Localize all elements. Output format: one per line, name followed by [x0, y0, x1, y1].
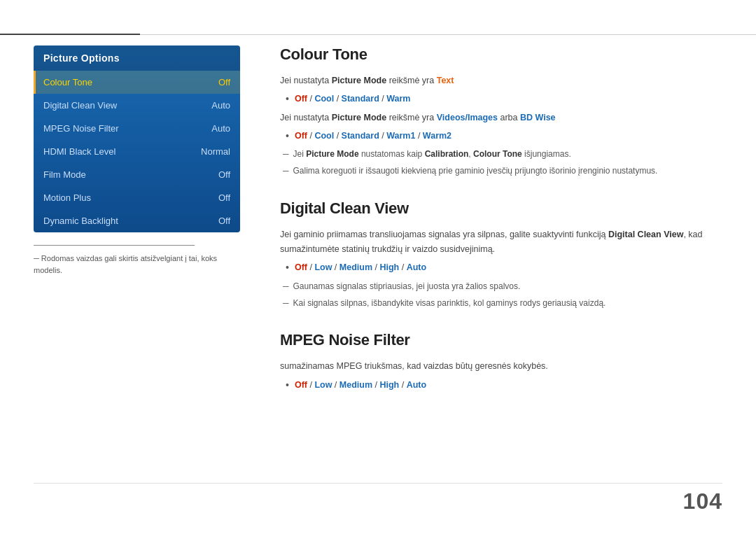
bottom-separator	[34, 483, 722, 484]
mpeg-noise-filter-body: sumažinamas MPEG triukšmas, kad vaizdas …	[280, 359, 722, 393]
menu-item-hdmi-black-level[interactable]: HDMI Black Level Normal	[34, 140, 240, 163]
menu-item-motion-plus[interactable]: Motion Plus Off	[34, 186, 240, 209]
colour-tone-note-2: ─ Galima koreguoti ir išsaugoti kiekvien…	[280, 164, 722, 178]
menu-value-dynamic-backlight: Off	[218, 216, 230, 226]
menu-value-hdmi-black-level: Normal	[201, 146, 230, 157]
menu-item-mpeg-noise-filter[interactable]: MPEG Noise Filter Auto	[34, 117, 240, 140]
menu-value-digital-clean-view: Auto	[211, 100, 230, 111]
menu-label-film-mode: Film Mode	[43, 169, 86, 180]
dcv-bullet-1: • Off / Low / Medium / High / Auto	[280, 260, 722, 275]
page-number: 104	[683, 489, 722, 514]
colour-tone-bullet-2: • Off / Cool / Standard / Warm1 / Warm2	[280, 129, 722, 143]
menu-label-digital-clean-view: Digital Clean View	[43, 100, 117, 111]
colour-tone-para-2: Jei nustatyta Picture Mode reikšmė yra V…	[280, 111, 722, 125]
top-line-light	[140, 34, 756, 35]
section-colour-tone: Colour Tone Jei nustatyta Picture Mode r…	[280, 45, 722, 178]
colour-tone-options-2-text: Off / Cool / Standard / Warm1 / Warm2	[295, 129, 451, 143]
dcv-note-1: ─ Gaunamas signalas stipriausias, jei ju…	[280, 279, 722, 293]
digital-clean-view-title: Digital Clean View	[280, 199, 722, 218]
mpeg-para-1: sumažinamas MPEG triukšmas, kad vaizdas …	[280, 359, 722, 374]
colour-tone-para-1: Jei nustatyta Picture Mode reikšmė yra T…	[280, 73, 722, 88]
bullet-dot-4: •	[286, 378, 289, 393]
bullet-dot-1: •	[286, 92, 289, 106]
mpeg-bullet-1: • Off / Low / Medium / High / Auto	[280, 378, 722, 393]
menu-item-dynamic-backlight[interactable]: Dynamic Backlight Off	[34, 209, 240, 232]
menu-label-dynamic-backlight: Dynamic Backlight	[43, 216, 118, 226]
left-panel-divider	[34, 245, 195, 246]
bullet-dot-3: •	[286, 260, 289, 275]
left-panel-footnote: ─ Rodomas vaizdas gali skirtis atsižvelg…	[34, 253, 244, 276]
menu-value-motion-plus: Off	[218, 192, 230, 203]
colour-tone-options-text: Off / Cool / Standard / Warm	[295, 92, 411, 106]
menu-item-film-mode[interactable]: Film Mode Off	[34, 163, 240, 186]
menu-label-hdmi-black-level: HDMI Black Level	[43, 146, 115, 157]
menu-item-colour-tone[interactable]: Colour Tone Off	[34, 71, 240, 94]
menu-label-motion-plus: Motion Plus	[43, 192, 91, 203]
menu-value-mpeg-noise-filter: Auto	[211, 123, 230, 134]
dcv-note-2: ─ Kai signalas silpnas, išbandykite visa…	[280, 296, 722, 310]
menu-value-film-mode: Off	[218, 169, 230, 180]
menu-label-mpeg-noise-filter: MPEG Noise Filter	[43, 123, 119, 134]
colour-tone-title: Colour Tone	[280, 45, 722, 64]
picture-options-box: Picture Options Colour Tone Off Digital …	[34, 45, 240, 232]
mpeg-options-text: Off / Low / Medium / High / Auto	[295, 378, 426, 393]
menu-item-digital-clean-view[interactable]: Digital Clean View Auto	[34, 94, 240, 117]
colour-tone-bullet-1: • Off / Cool / Standard / Warm	[280, 92, 722, 106]
picture-options-title: Picture Options	[34, 45, 240, 71]
digital-clean-view-body: Jei gaminio priimamas transliuojamas sig…	[280, 227, 722, 311]
section-mpeg-noise-filter: MPEG Noise Filter sumažinamas MPEG triuk…	[280, 331, 722, 393]
top-line-dark	[0, 34, 140, 35]
top-lines	[0, 34, 756, 35]
colour-tone-note-1: ─ Jei Picture Mode nustatomas kaip Calib…	[280, 147, 722, 161]
bullet-dot-2: •	[286, 129, 289, 143]
left-panel: Picture Options Colour Tone Off Digital …	[34, 45, 244, 276]
dcv-para-1: Jei gaminio priimamas transliuojamas sig…	[280, 227, 722, 258]
section-digital-clean-view: Digital Clean View Jei gaminio priimamas…	[280, 199, 722, 311]
mpeg-noise-filter-title: MPEG Noise Filter	[280, 331, 722, 349]
colour-tone-body: Jei nustatyta Picture Mode reikšmė yra T…	[280, 73, 722, 178]
right-content: Colour Tone Jei nustatyta Picture Mode r…	[280, 45, 722, 414]
menu-label-colour-tone: Colour Tone	[43, 77, 92, 87]
dcv-options-text: Off / Low / Medium / High / Auto	[295, 260, 426, 275]
menu-value-colour-tone: Off	[218, 77, 230, 87]
